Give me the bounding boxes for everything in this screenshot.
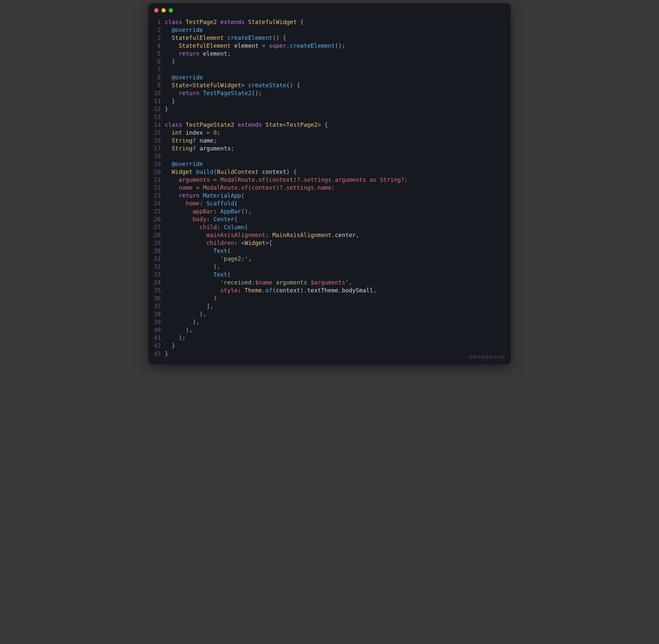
close-icon[interactable] bbox=[154, 8, 158, 13]
code-line[interactable]: 25 appBar: AppBar(), bbox=[148, 208, 511, 216]
code-line[interactable]: 24 home: Scaffold( bbox=[148, 200, 511, 208]
maximize-icon[interactable] bbox=[169, 8, 173, 13]
code-line[interactable]: 29 children: <Widget>[ bbox=[148, 239, 511, 247]
code-content: appBar: AppBar(), bbox=[165, 208, 511, 216]
line-number: 20 bbox=[148, 168, 165, 176]
code-line[interactable]: 39 ), bbox=[148, 318, 511, 326]
code-line[interactable]: 43} bbox=[148, 350, 511, 358]
code-content: style: Theme.of(context).textTheme.bodyS… bbox=[165, 287, 511, 295]
code-line[interactable]: 14class TestPageState2 extends State<Tes… bbox=[148, 121, 511, 129]
line-number: 25 bbox=[148, 208, 165, 216]
code-line[interactable]: 20 Widget build(BuildContext context) { bbox=[148, 168, 511, 176]
code-content: mainAxisAlignment: MainAxisAlignment.cen… bbox=[165, 231, 511, 239]
code-content: class TestPageState2 extends State<TestP… bbox=[165, 121, 511, 129]
code-line[interactable]: 3 StatefulElement createElement() { bbox=[148, 34, 511, 42]
line-number: 35 bbox=[148, 287, 165, 295]
code-line[interactable]: 26 body: Center( bbox=[148, 216, 511, 224]
line-number: 24 bbox=[148, 200, 165, 208]
code-line[interactable]: 2 @override bbox=[148, 26, 511, 34]
code-line[interactable]: 30 Text( bbox=[148, 247, 511, 255]
code-content: name = ModalRoute.of(context)?.settings.… bbox=[165, 184, 511, 192]
code-content: Widget build(BuildContext context) { bbox=[165, 168, 511, 176]
code-content: int index = 0; bbox=[165, 129, 511, 137]
line-number: 32 bbox=[148, 263, 165, 271]
code-line[interactable]: 31 'page2:', bbox=[148, 255, 511, 263]
line-number: 39 bbox=[148, 318, 165, 326]
code-line[interactable]: 10 return TestPageState2(); bbox=[148, 90, 511, 97]
code-line[interactable]: 7 bbox=[148, 66, 511, 74]
code-line[interactable]: 13 bbox=[148, 113, 511, 121]
code-content: ); bbox=[165, 334, 511, 342]
code-line[interactable]: 8 @override bbox=[148, 74, 511, 82]
code-line[interactable]: 21 arguments = ModalRoute.of(context)?.s… bbox=[148, 176, 511, 184]
line-number: 41 bbox=[148, 334, 165, 342]
code-line[interactable]: 41 ); bbox=[148, 334, 511, 342]
line-number: 21 bbox=[148, 176, 165, 184]
line-number: 43 bbox=[148, 350, 165, 358]
code-line[interactable]: 1class TestPage2 extends StatefulWidget … bbox=[148, 19, 511, 26]
code-content: StatefulElement createElement() { bbox=[165, 34, 511, 42]
code-line[interactable]: 19 @override bbox=[148, 160, 511, 168]
code-content: String? arguments; bbox=[165, 145, 511, 153]
code-content bbox=[165, 66, 511, 74]
line-number: 1 bbox=[148, 19, 165, 26]
code-content: ), bbox=[165, 310, 511, 318]
line-number: 38 bbox=[148, 310, 165, 318]
code-line[interactable]: 23 return MaterialApp( bbox=[148, 192, 511, 200]
code-line[interactable]: 12} bbox=[148, 105, 511, 113]
code-line[interactable]: 18 bbox=[148, 153, 511, 160]
line-number: 9 bbox=[148, 82, 165, 90]
line-number: 12 bbox=[148, 105, 165, 113]
line-number: 26 bbox=[148, 216, 165, 224]
line-number: 34 bbox=[148, 279, 165, 287]
code-line[interactable]: 33 Text( bbox=[148, 271, 511, 279]
code-content: ], bbox=[165, 303, 511, 310]
code-content: return element; bbox=[165, 50, 511, 58]
line-number: 8 bbox=[148, 74, 165, 82]
code-content bbox=[165, 153, 511, 160]
line-number: 4 bbox=[148, 42, 165, 50]
code-content: children: <Widget>[ bbox=[165, 239, 511, 247]
code-content: } bbox=[165, 350, 511, 358]
code-line[interactable]: 32 ), bbox=[148, 263, 511, 271]
code-content: class TestPage2 extends StatefulWidget { bbox=[165, 19, 511, 26]
code-content: } bbox=[165, 58, 511, 66]
code-line[interactable]: 36 ) bbox=[148, 295, 511, 303]
line-number: 11 bbox=[148, 97, 165, 105]
code-content: Text( bbox=[165, 247, 511, 255]
code-content: ), bbox=[165, 318, 511, 326]
code-line[interactable]: 27 child: Column( bbox=[148, 224, 511, 231]
code-line[interactable]: 5 return element; bbox=[148, 50, 511, 58]
line-number: 5 bbox=[148, 50, 165, 58]
code-line[interactable]: 17 String? arguments; bbox=[148, 145, 511, 153]
code-content bbox=[165, 113, 511, 121]
line-number: 3 bbox=[148, 34, 165, 42]
code-line[interactable]: 37 ], bbox=[148, 303, 511, 310]
code-line[interactable]: 6 } bbox=[148, 58, 511, 66]
code-line[interactable]: 42 } bbox=[148, 342, 511, 350]
code-line[interactable]: 40 ), bbox=[148, 326, 511, 334]
code-content: } bbox=[165, 342, 511, 350]
code-line[interactable]: 34 'received:$name arguments $arguments'… bbox=[148, 279, 511, 287]
code-content: arguments = ModalRoute.of(context)?.sett… bbox=[165, 176, 511, 184]
line-number: 30 bbox=[148, 247, 165, 255]
code-line[interactable]: 28 mainAxisAlignment: MainAxisAlignment.… bbox=[148, 231, 511, 239]
code-line[interactable]: 35 style: Theme.of(context).textTheme.bo… bbox=[148, 287, 511, 295]
code-line[interactable]: 9 State<StatefulWidget> createState() { bbox=[148, 82, 511, 90]
code-content: 'received:$name arguments $arguments', bbox=[165, 279, 511, 287]
line-number: 36 bbox=[148, 295, 165, 303]
line-number: 16 bbox=[148, 137, 165, 145]
minimize-icon[interactable] bbox=[161, 8, 166, 13]
code-line[interactable]: 38 ), bbox=[148, 310, 511, 318]
code-line[interactable]: 11 } bbox=[148, 97, 511, 105]
code-content: @override bbox=[165, 26, 511, 34]
line-number: 6 bbox=[148, 58, 165, 66]
code-editor[interactable]: 1class TestPage2 extends StatefulWidget … bbox=[148, 17, 511, 365]
code-line[interactable]: 4 StatefulElement element = super.create… bbox=[148, 42, 511, 50]
code-content: body: Center( bbox=[165, 216, 511, 224]
line-number: 19 bbox=[148, 160, 165, 168]
code-line[interactable]: 15 int index = 0; bbox=[148, 129, 511, 137]
code-line[interactable]: 16 String? name; bbox=[148, 137, 511, 145]
code-content: StatefulElement element = super.createEl… bbox=[165, 42, 511, 50]
code-line[interactable]: 22 name = ModalRoute.of(context)?.settin… bbox=[148, 184, 511, 192]
